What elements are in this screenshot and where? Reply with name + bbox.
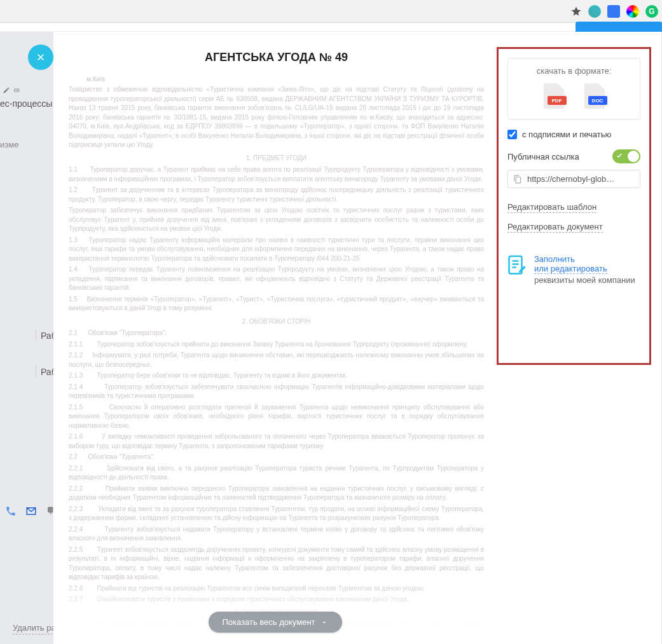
- close-modal-button[interactable]: [28, 45, 53, 70]
- show-full-document-button[interactable]: Показать весь документ: [208, 612, 341, 633]
- fill-requisites-link[interactable]: Заполнить или редактировать: [534, 254, 607, 274]
- signatures-checkbox[interactable]: [507, 130, 517, 139]
- fill-sub-label: реквизиты моей компании: [534, 275, 635, 285]
- browser-chrome: G: [0, 0, 662, 23]
- background-label: ес-процессы: [0, 99, 52, 109]
- edit-document-link[interactable]: Редактировать документ: [507, 222, 603, 233]
- fill-link-line1: Заполнить: [534, 254, 575, 264]
- extension-icon[interactable]: [626, 5, 639, 18]
- signatures-checkbox-row[interactable]: с подписями и печатью: [507, 130, 640, 139]
- divider: [36, 366, 36, 377]
- link-icon: [13, 86, 20, 94]
- signatures-label: с подписями и печатью: [522, 130, 611, 139]
- document-city: м.Київ: [86, 76, 484, 83]
- document-actions-panel: скачать в формате: PDF DOC с подписями и…: [497, 47, 651, 365]
- download-pdf-button[interactable]: PDF: [544, 83, 564, 109]
- mail-icon[interactable]: [25, 505, 37, 517]
- phone-icon[interactable]: [5, 505, 17, 517]
- document-modal: АГЕНТСЬКА УГОДА № 49 м.Київ Товариство з…: [53, 32, 661, 644]
- public-link-value: https://chernobyl-glob…: [527, 174, 614, 184]
- fill-link-line2: или редактировать: [534, 264, 607, 273]
- extension-icon[interactable]: [588, 5, 601, 18]
- bookmark-star-icon[interactable]: [570, 6, 582, 17]
- public-link-toggle[interactable]: [612, 149, 640, 163]
- pencil-icon: [3, 86, 10, 94]
- download-doc-button[interactable]: DOC: [584, 83, 605, 109]
- close-icon: [36, 52, 46, 62]
- background-label: изме: [0, 140, 18, 149]
- edit-template-link[interactable]: Редактировать шаблон: [507, 202, 596, 213]
- document-edit-icon: [507, 254, 527, 277]
- public-link-row: Публичная ссылка: [507, 149, 640, 163]
- chevron-down-icon: [321, 619, 328, 626]
- download-card: скачать в формате: PDF DOC: [507, 58, 640, 120]
- public-link-label: Публичная ссылка: [507, 152, 579, 161]
- extension-icon[interactable]: [607, 5, 620, 18]
- doc-badge: DOC: [588, 96, 607, 105]
- document-title: АГЕНТСЬКА УГОДА № 49: [69, 51, 484, 64]
- pdf-badge: PDF: [548, 96, 567, 105]
- delete-link[interactable]: Удалить ра: [13, 623, 56, 634]
- document-body: Товариство з обмеженою відповідальністю …: [69, 85, 484, 638]
- document-preview-pane: АГЕНТСЬКА УГОДА № 49 м.Київ Товариство з…: [53, 32, 497, 644]
- fill-requisites-block: Заполнить или редактировать реквизиты мо…: [507, 254, 640, 285]
- comm-icons: [5, 505, 57, 517]
- public-link-field[interactable]: https://chernobyl-glob…: [507, 170, 640, 188]
- grammarly-extension-icon[interactable]: G: [645, 5, 658, 18]
- divider: [36, 329, 36, 341]
- check-icon: [616, 152, 623, 160]
- app-top-strip: [0, 23, 662, 32]
- download-title: скачать в формате:: [513, 66, 635, 76]
- copy-icon: [513, 175, 522, 184]
- show-full-label: Показать весь документ: [222, 617, 315, 627]
